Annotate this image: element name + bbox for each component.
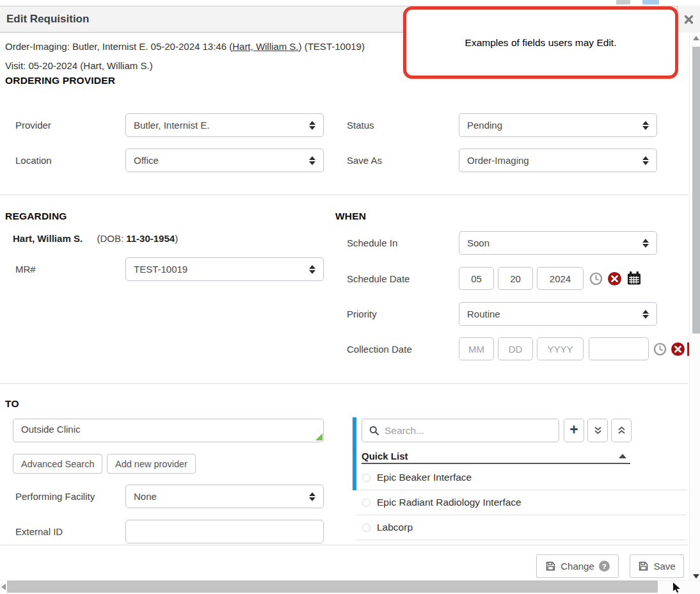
radio-icon[interactable] bbox=[362, 524, 370, 532]
provider-select-value: Butler, Internist E. bbox=[134, 120, 309, 131]
radio-icon[interactable] bbox=[362, 499, 370, 507]
recipient-textarea[interactable]: Outside Clinic bbox=[13, 419, 324, 442]
scroll-left-icon[interactable] bbox=[1, 584, 6, 590]
order-summary-line: Order-Imaging: Butler, Internist E. 05-2… bbox=[5, 41, 365, 52]
dob-prefix: (DOB: bbox=[97, 233, 126, 244]
scroll-down-icon[interactable] bbox=[693, 574, 699, 579]
horizontal-scrollbar-thumb[interactable] bbox=[7, 581, 658, 593]
clock-icon[interactable] bbox=[653, 342, 667, 356]
recipient-textarea-wrap: Outside Clinic bbox=[13, 419, 324, 442]
divider bbox=[0, 545, 688, 545]
plus-icon: + bbox=[569, 422, 578, 437]
order-summary-suffix: ) (TEST-10019) bbox=[299, 41, 365, 52]
close-icon bbox=[684, 15, 694, 24]
status-select-value: Pending bbox=[467, 120, 642, 131]
add-new-provider-button[interactable]: Add new provider bbox=[107, 454, 196, 474]
patient-name: Hart, William S. bbox=[13, 233, 83, 244]
schedule-in-select-value: Soon bbox=[467, 237, 642, 248]
search-icon bbox=[369, 426, 379, 436]
schedule-date-month-input[interactable] bbox=[459, 267, 494, 290]
select-arrows-icon bbox=[309, 492, 315, 501]
chevron-double-up-icon bbox=[617, 426, 626, 435]
help-icon[interactable]: ? bbox=[599, 561, 610, 572]
scroll-up-icon[interactable] bbox=[693, 36, 699, 40]
save-button-label: Save bbox=[653, 561, 675, 572]
patient-link[interactable]: Hart, William S. bbox=[232, 41, 298, 52]
select-arrows-icon bbox=[642, 310, 649, 319]
quick-list-item-label: Epic Beaker Interface bbox=[377, 472, 472, 483]
mr-select[interactable]: TEST-10019 bbox=[125, 257, 324, 281]
location-select-value: Office bbox=[134, 155, 309, 166]
quick-list-item[interactable]: Epic Beaker Interface bbox=[356, 465, 687, 490]
collection-time-input[interactable] bbox=[589, 337, 649, 360]
advanced-search-button[interactable]: Advanced Search bbox=[13, 454, 102, 474]
clear-date-icon[interactable] bbox=[608, 272, 621, 285]
external-id-input[interactable] bbox=[125, 520, 324, 543]
quick-list-item[interactable]: Epic Radiant Radiology Interface bbox=[356, 490, 687, 515]
status-select[interactable]: Pending bbox=[459, 113, 657, 137]
x-glyph bbox=[611, 275, 618, 282]
mr-label: MR# bbox=[15, 264, 36, 275]
select-arrows-icon bbox=[309, 156, 315, 165]
save-as-select-value: Order-Imaging bbox=[467, 155, 642, 166]
annotation-callout: Examples of fields users may Edit. bbox=[403, 6, 678, 79]
schedule-date-year-input[interactable] bbox=[537, 267, 584, 290]
quick-list-header[interactable]: Quick List bbox=[362, 449, 630, 464]
provider-select[interactable]: Butler, Internist E. bbox=[125, 113, 324, 137]
close-button[interactable] bbox=[677, 6, 700, 33]
collapse-triangle-icon[interactable] bbox=[619, 454, 626, 458]
change-button-label: Change bbox=[561, 561, 594, 572]
visit-summary-line: Visit: 05-20-2024 (Hart, William S.) bbox=[5, 60, 153, 71]
save-disk-icon bbox=[638, 561, 649, 572]
calendar-icon[interactable] bbox=[627, 271, 641, 285]
save-as-select[interactable]: Order-Imaging bbox=[459, 148, 657, 172]
select-arrows-icon bbox=[309, 265, 315, 274]
quick-list-title: Quick List bbox=[362, 451, 408, 462]
performing-facility-label: Performing Facility bbox=[15, 491, 95, 502]
external-id-label: External ID bbox=[15, 526, 63, 538]
collection-date-day-input[interactable] bbox=[498, 337, 533, 360]
performing-facility-select[interactable]: None bbox=[125, 485, 324, 508]
order-summary-prefix: Order-Imaging: Butler, Internist E. 05-2… bbox=[5, 41, 232, 52]
divider bbox=[0, 383, 688, 384]
add-recipient-button[interactable]: + bbox=[564, 419, 584, 442]
schedule-date-day-input[interactable] bbox=[498, 267, 533, 290]
clear-collection-date-icon[interactable] bbox=[671, 342, 685, 356]
collection-date-year-input[interactable] bbox=[537, 337, 584, 360]
vertical-scrollbar-thumb[interactable] bbox=[692, 47, 700, 333]
chevron-double-down-icon bbox=[593, 426, 603, 435]
location-select[interactable]: Office bbox=[125, 148, 324, 172]
collapse-all-button[interactable] bbox=[611, 419, 632, 442]
dob-value: 11-30-1954 bbox=[126, 233, 175, 244]
select-arrows-icon bbox=[642, 156, 649, 165]
expand-all-button[interactable] bbox=[587, 419, 608, 442]
annotation-text: Examples of fields users may Edit. bbox=[465, 37, 617, 49]
select-arrows-icon bbox=[642, 121, 649, 130]
dob-suffix: ) bbox=[175, 233, 178, 244]
quick-list-item-label: Labcorp bbox=[377, 522, 413, 533]
change-button[interactable]: Change ? bbox=[536, 554, 619, 578]
section-heading-regarding: REGARDING bbox=[5, 211, 67, 222]
radio-icon[interactable] bbox=[362, 474, 370, 482]
edit-requisition-dialog: Edit Requisition Examples of fields user… bbox=[0, 0, 700, 594]
priority-label: Priority bbox=[347, 309, 377, 320]
section-heading-ordering-provider: ORDERING PROVIDER bbox=[5, 75, 115, 86]
mr-select-value: TEST-10019 bbox=[134, 264, 309, 275]
patient-info-line: Hart, William S. (DOB: 11-30-1954) bbox=[13, 233, 178, 244]
save-disk-icon bbox=[545, 561, 556, 572]
quick-list: Epic Beaker Interface Epic Radiant Radio… bbox=[356, 465, 687, 540]
collection-date-label: Collection Date bbox=[347, 344, 412, 355]
provider-search bbox=[362, 419, 559, 442]
priority-select[interactable]: Routine bbox=[459, 302, 657, 326]
schedule-in-label: Schedule In bbox=[347, 237, 397, 249]
save-button[interactable]: Save bbox=[630, 554, 684, 578]
clock-icon[interactable] bbox=[589, 272, 603, 285]
priority-select-value: Routine bbox=[467, 309, 642, 319]
collection-date-month-input[interactable] bbox=[459, 337, 494, 360]
search-input[interactable] bbox=[385, 425, 552, 437]
status-label: Status bbox=[347, 120, 374, 131]
background-tab-fragment-blue bbox=[642, 0, 659, 4]
schedule-in-select[interactable]: Soon bbox=[459, 231, 657, 255]
section-heading-to: TO bbox=[5, 398, 19, 410]
quick-list-item[interactable]: Labcorp bbox=[356, 515, 687, 540]
